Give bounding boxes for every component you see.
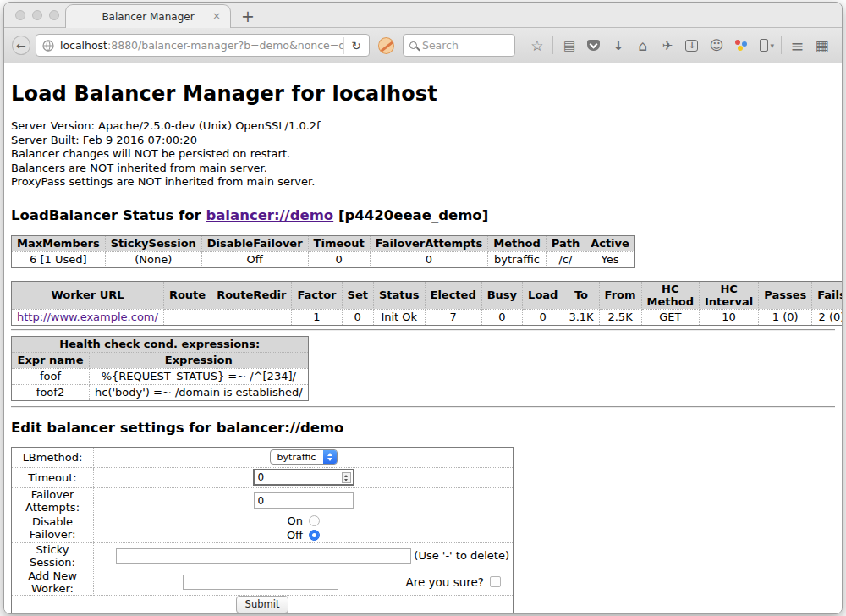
confirm-label: Are you sure?	[406, 575, 485, 589]
edit-settings-heading: Edit balancer settings for balancer://de…	[11, 420, 835, 436]
worker-row: http://www.example.com/ 1 0 Init Ok 7 0 …	[12, 309, 843, 325]
header-set: Set	[342, 281, 373, 309]
search-placeholder: Search	[422, 39, 459, 52]
browser-window: Balancer Manager × + ← localhost:8880/ba…	[3, 2, 843, 614]
cell-hc-interval: 10	[699, 309, 758, 325]
page-content: Load Balancer Manager for localhost Serv…	[4, 63, 842, 613]
cell-timeout: 0	[308, 251, 370, 267]
bookmark-star-icon[interactable]: ☆	[530, 37, 544, 54]
back-icon: ←	[16, 39, 26, 52]
home-icon[interactable]: ⌂	[635, 37, 650, 54]
number-spinner-icon[interactable]	[342, 472, 351, 483]
toolbar-separator-2	[781, 36, 782, 54]
search-bar[interactable]: Search	[403, 34, 516, 57]
divider	[11, 329, 835, 331]
chevron-down-icon[interactable]: ▾	[770, 41, 774, 50]
sticky-session-hint: (Use '-' to delete)	[414, 549, 509, 562]
content-blocked-icon[interactable]	[378, 37, 394, 54]
table-title-row: Health check cond. expressions:	[12, 336, 309, 352]
cell-failoverattempts: 0	[370, 251, 488, 267]
lbmethod-label: LBmethod:	[12, 447, 94, 467]
header-elected: Elected	[425, 281, 481, 309]
divider	[11, 406, 835, 408]
cell-maxmembers: 6 [1 Used]	[12, 251, 106, 267]
toolbar-separator	[552, 36, 553, 54]
balancer-demo-link[interactable]: balancer://demo	[206, 207, 333, 223]
header-stickysession: StickySession	[105, 235, 201, 251]
table-row: 6 [1 Used] (None) Off 0 0 bytraffic /c/ …	[12, 251, 635, 267]
worker-url-link[interactable]: http://www.example.com/	[17, 311, 158, 323]
submit-button[interactable]: Submit	[236, 596, 289, 613]
container-battery-icon[interactable]	[760, 39, 768, 52]
grid-extension-icon[interactable]: ▦	[815, 37, 829, 54]
globe-icon	[42, 40, 54, 52]
cell-route	[163, 309, 211, 325]
sticky-session-input[interactable]	[116, 548, 411, 564]
tab-close-icon[interactable]: ×	[212, 11, 221, 21]
cell-from: 2.5K	[599, 309, 641, 325]
url-path: :8880/balancer-manager?b=demo&nonce=decc…	[107, 39, 343, 52]
back-button[interactable]: ←	[12, 36, 30, 55]
lbmethod-select[interactable]: bytraffic	[270, 449, 338, 465]
tab-balancer-manager[interactable]: Balancer Manager ×	[65, 4, 231, 28]
are-you-sure-checkbox[interactable]	[490, 576, 501, 587]
disable-failover-on-radio[interactable]	[309, 515, 320, 526]
save-page-icon[interactable]: ↓	[685, 40, 698, 52]
minimize-window-button[interactable]	[32, 10, 42, 20]
add-worker-row: Add New Worker: Are you sure?	[12, 569, 514, 595]
radio-on-label: On	[287, 514, 303, 527]
table-header-row: MaxMembers StickySession DisableFailover…	[12, 235, 635, 251]
sticky-session-label: Sticky Session:	[12, 542, 94, 569]
downloads-icon[interactable]: ↓	[611, 38, 625, 53]
reload-button[interactable]: ↻	[343, 37, 363, 54]
send-plane-icon[interactable]: ✈	[660, 38, 674, 53]
lbmethod-row: LBmethod: bytraffic	[12, 447, 514, 467]
pocket-icon[interactable]	[587, 40, 600, 51]
submit-row: Submit	[12, 595, 514, 613]
zoom-window-button[interactable]	[49, 10, 59, 20]
url-bar[interactable]: localhost:8880/balancer-manager?b=demo&n…	[36, 34, 370, 57]
feedback-smiley-icon[interactable]: ☺	[709, 37, 723, 53]
status-heading: LoadBalancer Status for balancer://demo …	[11, 207, 835, 223]
disable-failover-off-radio[interactable]	[309, 530, 320, 541]
cell-disablefailover: Off	[201, 251, 308, 267]
select-stepper-icon	[323, 450, 337, 464]
url-text[interactable]: localhost:8880/balancer-manager?b=demo&n…	[60, 39, 343, 52]
server-built-line: Server Built: Feb 9 2016 07:00:20	[11, 134, 835, 148]
header-from: From	[599, 281, 641, 309]
header-status: Status	[373, 281, 425, 309]
health-table-title: Health check cond. expressions:	[12, 336, 309, 352]
cell-method: bytraffic	[488, 251, 546, 267]
save-arrow-glyph: ↓	[689, 41, 695, 50]
page-title: Load Balancer Manager for localhost	[11, 82, 835, 106]
timeout-label: Timeout:	[12, 467, 94, 487]
header-method: Method	[488, 235, 546, 251]
cell-set: 0	[342, 309, 373, 325]
header-route: Route	[163, 281, 211, 309]
search-icon	[409, 41, 417, 49]
server-info: Server Version: Apache/2.5.0-dev (Unix) …	[11, 119, 835, 190]
cell-path: /c/	[546, 251, 585, 267]
header-load: Load	[523, 281, 563, 309]
add-worker-label: Add New Worker:	[12, 569, 94, 595]
header-fails: Fails	[812, 281, 842, 309]
cell-worker-url: http://www.example.com/	[12, 309, 164, 325]
timeout-input[interactable]	[253, 469, 354, 486]
new-tab-button[interactable]: +	[241, 8, 255, 25]
disable-failover-row: Disable Failover: On Off	[12, 514, 514, 542]
header-worker-url: Worker URL	[12, 281, 164, 309]
menu-hamburger-icon[interactable]: ≡	[790, 36, 805, 55]
extension-dots-icon[interactable]	[734, 39, 748, 52]
server-version-line: Server Version: Apache/2.5.0-dev (Unix) …	[11, 119, 835, 134]
cell-active: Yes	[585, 251, 635, 267]
cell-busy: 0	[481, 309, 522, 325]
header-passes: Passes	[759, 281, 812, 309]
persist-note-line: Balancer changes will NOT be persisted o…	[11, 147, 835, 162]
add-worker-input[interactable]	[183, 575, 338, 590]
status-heading-suffix: [p4420eeae_demo]	[333, 207, 488, 223]
close-window-button[interactable]	[15, 10, 25, 20]
failover-attempts-input[interactable]	[254, 492, 354, 509]
bookmarks-clipboard-icon[interactable]: ▤	[562, 38, 576, 53]
health-check-table: Health check cond. expressions: Expr nam…	[11, 336, 309, 401]
header-factor: Factor	[292, 281, 342, 309]
